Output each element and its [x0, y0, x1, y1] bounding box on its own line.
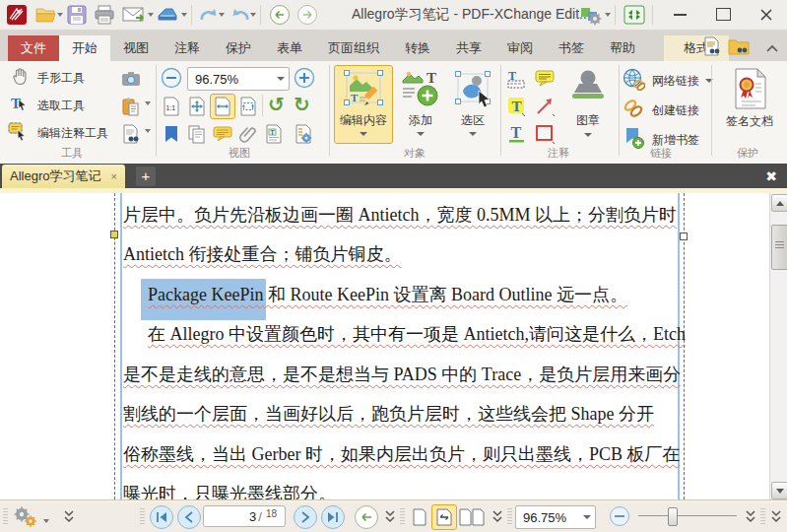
rotate-ccw-icon[interactable]: ↺ [268, 95, 285, 114]
redo-icon[interactable] [229, 3, 252, 27]
last-page-button[interactable] [321, 505, 345, 529]
edit-content-button[interactable]: T 编辑内容 [334, 65, 393, 144]
tab-review[interactable]: 审阅 [494, 35, 546, 61]
zoom-slider-track[interactable] [638, 515, 737, 516]
fit-visible-button[interactable] [235, 94, 261, 119]
paste-button[interactable] [118, 94, 144, 119]
fit-width-layout-button[interactable] [431, 504, 457, 530]
status-chevron-left-icon[interactable] [61, 509, 77, 529]
previous-page-button[interactable] [177, 505, 201, 529]
document-tab-close-icon[interactable]: × [110, 170, 116, 182]
single-page-button[interactable] [407, 504, 432, 530]
fit-width-button[interactable] [210, 94, 235, 119]
tab-comment[interactable]: 注释 [162, 35, 213, 61]
scroll-up-button[interactable] [771, 194, 787, 212]
status-options-dropdown-icon[interactable] [43, 519, 49, 523]
open-dropdown-icon[interactable] [57, 13, 63, 17]
add-object-button[interactable]: T 添加 [395, 65, 446, 144]
fit-page-button[interactable] [184, 94, 210, 119]
editbox-handle-left[interactable] [110, 231, 118, 238]
zoom-out-button[interactable] [161, 67, 182, 93]
snapshot-button[interactable] [118, 66, 144, 92]
underline-text-button[interactable]: T [504, 121, 530, 147]
tab-view[interactable]: 视图 [110, 35, 162, 61]
thumbnails-pane-button[interactable] [184, 121, 210, 147]
sticky-note-button[interactable] [532, 66, 557, 92]
scrollbar-thumb[interactable] [771, 225, 787, 270]
zoom-slider-handle[interactable] [668, 507, 678, 526]
search-button[interactable] [118, 121, 144, 147]
editbox-handle-right[interactable] [680, 233, 688, 240]
zoom-combo-dropdown-icon[interactable] [277, 77, 285, 81]
sign-document-button[interactable]: 签名文档 [716, 65, 783, 144]
editbox-border-left[interactable] [120, 193, 122, 499]
scanner-icon[interactable] [156, 3, 179, 27]
vertical-scrollbar[interactable] [769, 193, 787, 499]
tab-help[interactable]: 帮助 [597, 35, 648, 61]
fullscreen-icon[interactable] [623, 3, 646, 27]
previous-view-button[interactable] [355, 505, 378, 529]
open-folder-icon[interactable] [33, 3, 57, 27]
undo-dropdown-icon[interactable] [219, 13, 225, 17]
bookmarks-pane-button[interactable] [159, 121, 184, 147]
edit-content-dropdown-icon[interactable] [360, 132, 367, 136]
selection-dropdown-icon[interactable] [469, 132, 477, 136]
tab-organize[interactable]: 页面组织 [315, 35, 392, 61]
scanner-dropdown-icon[interactable] [181, 13, 187, 17]
tab-bar-close-icon[interactable]: ✖ [761, 166, 781, 186]
rotate-cw-icon[interactable]: ↻ [294, 95, 310, 114]
collapse-ribbon-icon[interactable] [765, 39, 779, 57]
rectangle-annotation-button[interactable] [532, 121, 557, 147]
search-dropdown-icon[interactable] [145, 129, 151, 133]
hand-tool-button[interactable]: 手形工具 [4, 65, 85, 91]
layout-chevron-icon[interactable] [490, 509, 505, 529]
tab-convert[interactable]: 转换 [392, 35, 443, 61]
forward-icon[interactable] [295, 3, 319, 27]
next-page-button[interactable] [294, 505, 317, 529]
document-tab[interactable]: Allegro学习笔记 × [2, 165, 125, 188]
properties-pane-button[interactable] [291, 121, 316, 147]
find-folder-icon[interactable] [728, 36, 750, 60]
first-page-button[interactable] [150, 505, 173, 529]
status-chevron-right-icon[interactable] [768, 509, 784, 529]
status-zoom-dropdown-icon[interactable] [583, 515, 591, 519]
highlight-text-button[interactable]: T [504, 94, 530, 119]
maximize-button[interactable] [701, 0, 745, 29]
slider-chevron-icon[interactable] [743, 509, 758, 529]
fields-pane-button[interactable]: T [261, 121, 287, 147]
workspace-gear-icon[interactable] [579, 3, 603, 27]
tab-file[interactable]: 文件 [8, 35, 59, 61]
selection-button[interactable]: 选区 [448, 65, 497, 144]
redo-dropdown-icon[interactable] [250, 13, 256, 17]
tab-share[interactable]: 共享 [443, 35, 494, 61]
status-options-button[interactable] [10, 505, 39, 532]
attachments-pane-button[interactable] [235, 121, 261, 147]
actual-size-button[interactable]: 1:1 [159, 94, 184, 119]
select-tool-button[interactable]: T 选取工具 [4, 93, 85, 118]
two-page-button[interactable] [456, 504, 488, 530]
tab-form[interactable]: 表单 [264, 35, 315, 61]
document-page[interactable]: 片层中。负片先沿板边画一圈 Antietch，宽度 0.5MM 以上；分割负片时… [0, 193, 787, 499]
new-tab-button[interactable]: + [136, 166, 156, 186]
zoom-slider-minus-button[interactable] [609, 505, 630, 531]
add-object-dropdown-icon[interactable] [417, 132, 425, 136]
workspace-dropdown-icon[interactable] [605, 13, 611, 17]
comments-pane-button[interactable] [210, 121, 235, 147]
zoom-in-button[interactable] [294, 67, 315, 93]
stamp-dropdown-icon[interactable] [584, 133, 592, 137]
page-number-field[interactable]: 3 / 18 [203, 505, 286, 527]
email-dropdown-icon[interactable] [148, 13, 154, 17]
scroll-down-button[interactable] [771, 482, 787, 499]
tab-home[interactable]: 开始 [59, 35, 110, 61]
edit-comment-tool-button[interactable]: 编辑注释工具 [4, 120, 108, 146]
find-document-icon[interactable] [702, 36, 722, 60]
tab-bookmarks[interactable]: 书签 [546, 35, 597, 61]
print-icon[interactable] [93, 3, 116, 27]
create-link-button[interactable]: 创建链接 [623, 99, 699, 122]
back-icon[interactable] [268, 3, 292, 27]
save-icon[interactable] [65, 3, 89, 27]
email-icon[interactable] [122, 3, 146, 27]
minimize-button[interactable] [658, 0, 701, 29]
nav-chevron-icon[interactable] [382, 509, 398, 529]
arrow-annotation-button[interactable] [532, 94, 557, 119]
